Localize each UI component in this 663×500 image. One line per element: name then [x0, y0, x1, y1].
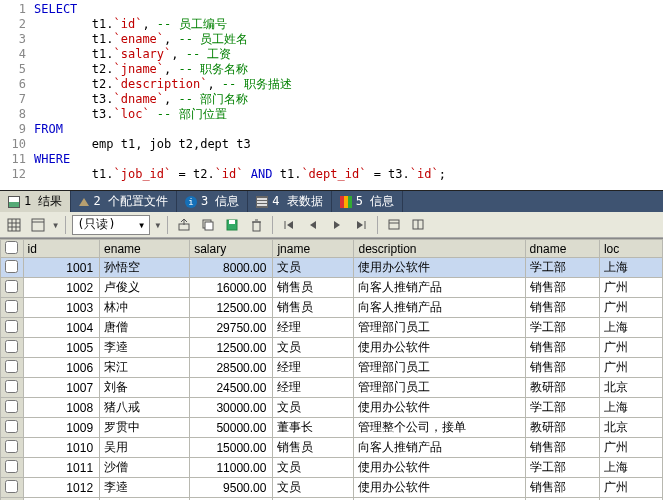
cell-id[interactable]: 1004 — [23, 318, 100, 338]
cell-jname[interactable]: 销售员 — [273, 278, 354, 298]
table-row[interactable]: 1005李逵12500.00文员使用办公软件销售部广州 — [1, 338, 663, 358]
cell-id[interactable]: 1003 — [23, 298, 100, 318]
cell-dname[interactable]: 学工部 — [525, 458, 599, 478]
row-checkbox[interactable] — [5, 280, 18, 293]
filter-button[interactable] — [384, 215, 404, 235]
cell-salary[interactable]: 16000.00 — [190, 278, 273, 298]
delete-button[interactable] — [246, 215, 266, 235]
table-row[interactable]: 1006宋江28500.00经理管理部门员工销售部广州 — [1, 358, 663, 378]
cell-loc[interactable]: 北京 — [599, 378, 662, 398]
table-row[interactable]: 1008猪八戒30000.00文员使用办公软件学工部上海 — [1, 398, 663, 418]
row-checkbox-cell[interactable] — [1, 418, 24, 438]
row-checkbox[interactable] — [5, 440, 18, 453]
row-checkbox[interactable] — [5, 360, 18, 373]
col-loc[interactable]: loc — [599, 240, 662, 258]
cell-description[interactable]: 向客人推销产品 — [354, 438, 525, 458]
table-row[interactable]: 1003林冲12500.00销售员向客人推销产品销售部广州 — [1, 298, 663, 318]
tab-table-data[interactable]: 4 表数据 — [248, 191, 331, 212]
next-row-button[interactable] — [327, 215, 347, 235]
cell-description[interactable]: 使用办公软件 — [354, 338, 525, 358]
col-ename[interactable]: ename — [100, 240, 190, 258]
cell-loc[interactable]: 上海 — [599, 258, 662, 278]
cell-salary[interactable]: 9500.00 — [190, 478, 273, 498]
cell-loc[interactable]: 上海 — [599, 458, 662, 478]
cell-ename[interactable]: 猪八戒 — [100, 398, 190, 418]
cell-jname[interactable]: 经理 — [273, 378, 354, 398]
cell-description[interactable]: 管理部门员工 — [354, 378, 525, 398]
cell-ename[interactable]: 吴用 — [100, 438, 190, 458]
cell-salary[interactable]: 28500.00 — [190, 358, 273, 378]
table-row[interactable]: 1001孙悟空8000.00文员使用办公软件学工部上海 — [1, 258, 663, 278]
cell-salary[interactable]: 8000.00 — [190, 258, 273, 278]
cell-description[interactable]: 使用办公软件 — [354, 258, 525, 278]
cell-dname[interactable]: 销售部 — [525, 438, 599, 458]
cell-ename[interactable]: 唐僧 — [100, 318, 190, 338]
cell-ename[interactable]: 罗贯中 — [100, 418, 190, 438]
cell-jname[interactable]: 销售员 — [273, 438, 354, 458]
cell-jname[interactable]: 经理 — [273, 358, 354, 378]
tab-info-2[interactable]: 5 信息 — [332, 191, 403, 212]
cell-dname[interactable]: 学工部 — [525, 398, 599, 418]
copy-button[interactable] — [198, 215, 218, 235]
refresh-button[interactable] — [408, 215, 428, 235]
view-grid-button[interactable] — [4, 215, 24, 235]
col-dname[interactable]: dname — [525, 240, 599, 258]
cell-ename[interactable]: 孙悟空 — [100, 258, 190, 278]
cell-ename[interactable]: 林冲 — [100, 298, 190, 318]
table-row[interactable]: 1004唐僧29750.00经理管理部门员工学工部上海 — [1, 318, 663, 338]
row-checkbox[interactable] — [5, 340, 18, 353]
cell-ename[interactable]: 刘备 — [100, 378, 190, 398]
row-checkbox-cell[interactable] — [1, 378, 24, 398]
last-row-button[interactable] — [351, 215, 371, 235]
table-row[interactable]: 1009罗贯中50000.00董事长管理整个公司，接单教研部北京 — [1, 418, 663, 438]
row-checkbox[interactable] — [5, 400, 18, 413]
cell-ename[interactable]: 沙僧 — [100, 458, 190, 478]
cell-dname[interactable]: 销售部 — [525, 338, 599, 358]
cell-ename[interactable]: 宋江 — [100, 358, 190, 378]
cell-loc[interactable]: 广州 — [599, 478, 662, 498]
cell-id[interactable]: 1007 — [23, 378, 100, 398]
cell-description[interactable]: 使用办公软件 — [354, 398, 525, 418]
cell-id[interactable]: 1010 — [23, 438, 100, 458]
cell-description[interactable]: 向客人推销产品 — [354, 278, 525, 298]
sql-editor[interactable]: 123456789101112 SELECT t1.`id`, -- 员工编号 … — [0, 0, 663, 190]
cell-jname[interactable]: 董事长 — [273, 418, 354, 438]
row-checkbox[interactable] — [5, 260, 18, 273]
col-id[interactable]: id — [23, 240, 100, 258]
row-checkbox-cell[interactable] — [1, 298, 24, 318]
row-checkbox-cell[interactable] — [1, 318, 24, 338]
row-checkbox-cell[interactable] — [1, 338, 24, 358]
save-button[interactable] — [222, 215, 242, 235]
cell-id[interactable]: 1005 — [23, 338, 100, 358]
row-checkbox-cell[interactable] — [1, 358, 24, 378]
cell-ename[interactable]: 卢俊义 — [100, 278, 190, 298]
row-checkbox-cell[interactable] — [1, 458, 24, 478]
cell-jname[interactable]: 文员 — [273, 338, 354, 358]
cell-dname[interactable]: 销售部 — [525, 358, 599, 378]
tab-info-1[interactable]: i3 信息 — [177, 191, 248, 212]
cell-jname[interactable]: 文员 — [273, 478, 354, 498]
cell-ename[interactable]: 李逵 — [100, 478, 190, 498]
row-checkbox[interactable] — [5, 420, 18, 433]
table-row[interactable]: 1011沙僧11000.00文员使用办公软件学工部上海 — [1, 458, 663, 478]
result-grid[interactable]: id ename salary jname description dname … — [0, 239, 663, 500]
cell-dname[interactable]: 学工部 — [525, 258, 599, 278]
export-button[interactable] — [174, 215, 194, 235]
code-area[interactable]: SELECT t1.`id`, -- 员工编号 t1.`ename`, -- 员… — [34, 2, 446, 182]
result-grid-wrap[interactable]: id ename salary jname description dname … — [0, 238, 663, 500]
table-row[interactable]: 1010吴用15000.00销售员向客人推销产品销售部广州 — [1, 438, 663, 458]
row-checkbox[interactable] — [5, 380, 18, 393]
cell-salary[interactable]: 12500.00 — [190, 298, 273, 318]
row-checkbox-cell[interactable] — [1, 438, 24, 458]
prev-row-button[interactable] — [303, 215, 323, 235]
cell-description[interactable]: 使用办公软件 — [354, 458, 525, 478]
cell-dname[interactable]: 销售部 — [525, 478, 599, 498]
cell-dname[interactable]: 教研部 — [525, 418, 599, 438]
select-all-checkbox[interactable] — [5, 241, 18, 254]
cell-jname[interactable]: 文员 — [273, 458, 354, 478]
row-checkbox[interactable] — [5, 480, 18, 493]
cell-id[interactable]: 1002 — [23, 278, 100, 298]
cell-jname[interactable]: 文员 — [273, 398, 354, 418]
row-checkbox[interactable] — [5, 320, 18, 333]
cell-loc[interactable]: 广州 — [599, 338, 662, 358]
